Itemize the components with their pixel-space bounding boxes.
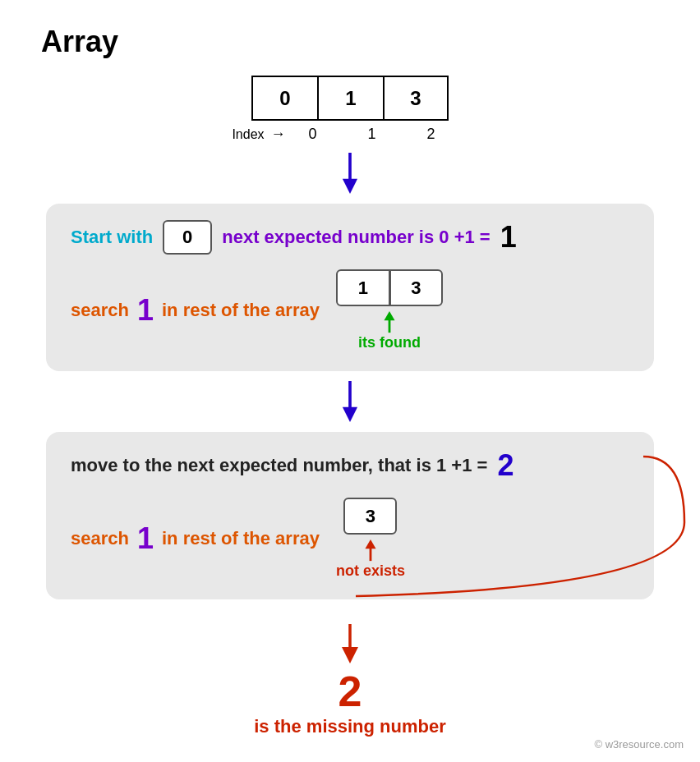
- index-label: Index: [232, 127, 264, 142]
- next-expected-label: next expected number is 0 +1 =: [222, 227, 490, 248]
- down-arrow-1: [338, 153, 362, 194]
- result-section: 2 is the missing number: [254, 624, 446, 737]
- index-0: 0: [301, 126, 325, 143]
- result-number: 2: [338, 667, 362, 716]
- found-text: its found: [358, 334, 421, 351]
- start-value-box: 0: [163, 220, 212, 255]
- in-rest-label-2: in rest of the array: [162, 528, 320, 549]
- svg-marker-5: [343, 407, 357, 422]
- search-label-1: search: [71, 300, 129, 321]
- step-box-2-wrapper: move to the next expected number, that i…: [46, 432, 654, 599]
- array-container: 0 1 3 Index → 0 1 2: [251, 76, 449, 143]
- svg-marker-1: [343, 179, 357, 194]
- step1-line1: Start with 0 next expected number is 0 +…: [71, 220, 629, 255]
- array-cell-0: 0: [251, 76, 317, 121]
- step1-line2: search 1 in rest of the array 1 3 its fo…: [71, 269, 629, 351]
- page-title: Array: [0, 0, 700, 59]
- found-label: its found: [358, 311, 421, 351]
- step2-line2: search 1 in rest of the array 3 not exis…: [71, 498, 629, 580]
- red-arc-arrow: [643, 440, 688, 604]
- move-value: 2: [497, 448, 513, 483]
- array-cell-1: 1: [317, 76, 383, 121]
- not-exists-label: not exists: [336, 539, 405, 580]
- not-exists-text: not exists: [336, 562, 405, 580]
- svg-marker-3: [384, 311, 394, 320]
- down-arrow-2: [338, 381, 362, 422]
- index-1: 1: [360, 126, 385, 143]
- array-boxes: 0 1 3: [251, 76, 449, 121]
- step-box-1: Start with 0 next expected number is 0 +…: [46, 204, 654, 371]
- step2-line1: move to the next expected number, that i…: [71, 448, 629, 483]
- watermark: © w3resource.com: [594, 738, 684, 751]
- result-down-arrow: [338, 624, 362, 663]
- array-cell-2: 3: [383, 76, 449, 121]
- next-expected-value: 1: [500, 220, 517, 255]
- step1-rest-cells: 1 3: [336, 269, 443, 306]
- step-box-2: move to the next expected number, that i…: [46, 432, 654, 599]
- move-label: move to the next expected number, that i…: [71, 455, 487, 476]
- svg-marker-7: [365, 539, 375, 549]
- step1-cell-1: 3: [389, 269, 443, 306]
- step2-cell-0: 3: [343, 498, 397, 535]
- search-label-2: search: [71, 528, 129, 549]
- step2-rest-cells: 3: [343, 498, 397, 535]
- right-arrow-icon: →: [271, 126, 286, 143]
- in-rest-label-1: in rest of the array: [162, 300, 320, 321]
- step1-cell-0: 1: [336, 269, 389, 306]
- result-text: is the missing number: [254, 716, 446, 737]
- svg-marker-9: [342, 647, 358, 663]
- start-with-label: Start with: [71, 227, 153, 248]
- search-num-2: 1: [137, 521, 154, 556]
- index-2: 2: [419, 126, 444, 143]
- search-num-1: 1: [137, 293, 154, 328]
- index-row: Index → 0 1 2: [232, 126, 443, 143]
